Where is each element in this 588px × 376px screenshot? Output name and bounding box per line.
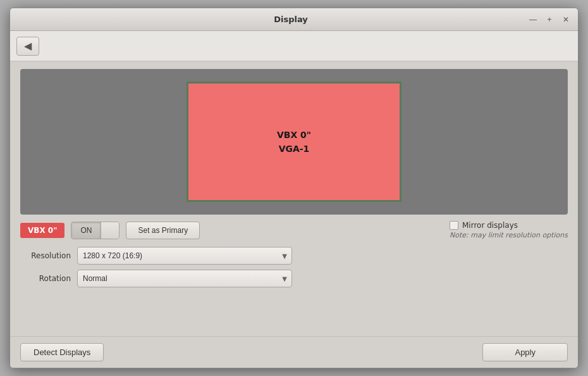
back-button[interactable]: ◀: [16, 37, 39, 56]
mirror-group: Mirror displays Note: may limit resoluti…: [450, 221, 568, 239]
primary-row: VBX 0" ON Set as Primary Mirror displays…: [20, 221, 568, 239]
minimize-button[interactable]: —: [527, 14, 539, 25]
on-off-group: ON: [71, 222, 119, 239]
monitor-display: VBX 0" VGA-1: [187, 82, 401, 202]
monitor-name-line1: VBX 0": [277, 130, 311, 140]
detect-displays-button[interactable]: Detect Displays: [20, 343, 104, 361]
maximize-button[interactable]: +: [544, 14, 555, 25]
controls-section: VBX 0" ON Set as Primary Mirror displays…: [20, 221, 568, 329]
main-window: Display — + ✕ ◀ VBX 0" VGA-1 VBX 0: [9, 8, 579, 368]
toolbar: ◀: [10, 31, 578, 61]
rotation-row: Rotation Normal Left Right Upside Down ▼: [20, 270, 568, 287]
mirror-label: Mirror displays: [462, 221, 518, 230]
display-canvas: VBX 0" VGA-1: [20, 69, 568, 215]
off-button[interactable]: [101, 222, 119, 239]
content-area: VBX 0" VGA-1 VBX 0" ON Set as Primary Mi…: [10, 61, 578, 336]
bottom-bar: Detect Displays Apply: [10, 336, 578, 368]
titlebar-controls: — + ✕: [527, 14, 572, 25]
rotation-select[interactable]: Normal Left Right Upside Down: [77, 270, 292, 287]
window-title: Display: [54, 15, 527, 24]
monitor-label: VBX 0" VGA-1: [277, 128, 311, 156]
titlebar: Display — + ✕: [10, 8, 578, 31]
resolution-label: Resolution: [20, 251, 71, 260]
monitor-name-line2: VGA-1: [279, 144, 310, 154]
mirror-row: Mirror displays: [450, 221, 518, 230]
close-button[interactable]: ✕: [560, 14, 572, 25]
mirror-note: Note: may limit resolution options: [450, 231, 568, 239]
on-button[interactable]: ON: [71, 222, 101, 239]
rotation-select-wrapper: Normal Left Right Upside Down ▼: [77, 270, 292, 287]
resolution-row: Resolution 1280 x 720 (16:9) 1920 x 1080…: [20, 247, 568, 265]
apply-button[interactable]: Apply: [482, 343, 568, 361]
resolution-select-wrapper: 1280 x 720 (16:9) 1920 x 1080 (16:9) 102…: [77, 247, 292, 265]
resolution-select[interactable]: 1280 x 720 (16:9) 1920 x 1080 (16:9) 102…: [77, 247, 292, 265]
back-icon: ◀: [24, 40, 32, 52]
mirror-checkbox[interactable]: [450, 221, 458, 230]
set-primary-button[interactable]: Set as Primary: [126, 222, 200, 239]
display-badge: VBX 0": [20, 223, 64, 238]
rotation-label: Rotation: [20, 274, 71, 283]
